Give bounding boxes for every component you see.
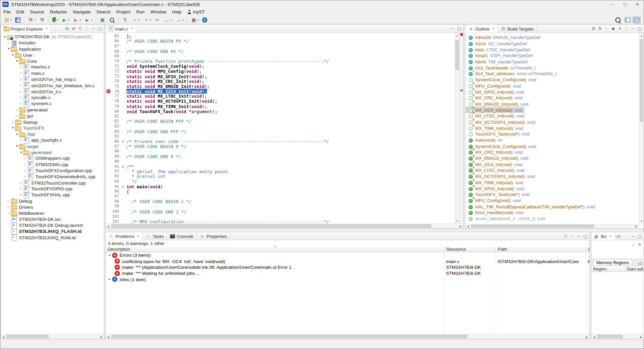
outline-item-touchgfx-task-void[interactable]: TouchGFX_Task(void*) : void [465, 191, 532, 197]
tree-arrow-icon[interactable]: ▼ [15, 145, 19, 148]
code-line-67[interactable]: 67 [106, 44, 464, 49]
tree-arrow-icon[interactable]: ▼ [19, 151, 23, 154]
outline-item-mx-dma2d-init-void[interactable]: SMX_DMA2D_Init(void) : void [465, 101, 530, 107]
dropdown-arrow-icon[interactable]: ▾ [150, 18, 151, 21]
tree-arrow-icon[interactable]: ▷ [19, 65, 23, 69]
save-button[interactable] [14, 16, 22, 23]
outline-item-mx-gpio-init-void[interactable]: SMX_GPIO_Init(void) : void [465, 89, 526, 95]
filter-icon[interactable]: ▽ [77, 25, 84, 32]
tree-item-drivers[interactable]: ▷Drivers [1, 204, 104, 210]
outline-item-touchgfx-task-void[interactable]: TouchGFX_Task(void*) : void [465, 131, 532, 137]
code-line-101[interactable]: 101 [106, 214, 464, 219]
code-line-79[interactable]: 79static void MX_TIM6_Init(void); [106, 104, 464, 109]
tree-item-touchgfxgeneratedhal-cpp[interactable]: ▷TouchGFXGeneratedHAL.cpp [1, 173, 104, 180]
code-line-96[interactable]: 96{ [106, 189, 464, 194]
device-configuration-button[interactable] [98, 16, 107, 23]
scrollbar-track[interactable] [455, 38, 459, 219]
code-line-89[interactable]: 89/* USER CODE END 0 */ [106, 154, 464, 159]
tree-arrow-icon[interactable]: ▷ [23, 157, 28, 160]
tab-problems[interactable]: Problems × [106, 232, 143, 240]
scroll-right-icon[interactable]: ▶ [99, 335, 103, 339]
tree-item-stm32h7b3i-dk-debug-launch[interactable]: STM32H7B3I-DK Debug.launch [1, 222, 104, 228]
maximize-icon[interactable]: ▢ [456, 25, 463, 32]
tab-main-c[interactable]: main.c × [106, 24, 137, 32]
code-line-90[interactable]: 90 [106, 159, 464, 164]
tree-item-stm32h7b3i-dk-ioc[interactable]: STM32H7B3I-DK.ioc [1, 216, 104, 222]
scrollbar-track[interactable] [470, 225, 634, 228]
code-line-71[interactable]: 71void SystemClock_Config(void); [106, 64, 464, 69]
scroll-up-icon[interactable]: ▲ [640, 33, 643, 38]
tree-item-stm32dma-cpp[interactable]: ▷STM32DMA.cpp [1, 161, 104, 167]
code-line-87[interactable]: 87/* USER CODE BEGIN 0 */ [106, 144, 464, 149]
code-line-74[interactable]: 74static void MX_CRC_Init(void); [106, 79, 464, 84]
code-line-73[interactable]: 73static void MX_GPIO_Init(void); [106, 74, 464, 79]
code-line-102[interactable]: 102 /* MPU Configuration----------------… [106, 219, 464, 224]
scrollbar-track[interactable] [110, 335, 584, 339]
tree-arrow-icon[interactable]: ▼ [2, 35, 7, 38]
menu-file[interactable]: File [0, 8, 13, 15]
dropdown-arrow-icon[interactable]: ▾ [80, 18, 81, 21]
tree-arrow-icon[interactable]: ▷ [7, 41, 11, 45]
build-all-button[interactable] [38, 16, 47, 23]
menu-navigate[interactable]: Navigate [70, 8, 93, 15]
minimize-icon[interactable]: – [90, 25, 97, 32]
tree-arrow-icon[interactable]: ▼ [15, 133, 19, 136]
dropdown-arrow-icon[interactable]: ▾ [11, 18, 12, 21]
cpp-perspective-button[interactable] [633, 16, 641, 23]
code-line-95[interactable]: 95⊖int main(void) [106, 184, 464, 189]
minimize-button[interactable]: ─ [607, 0, 619, 8]
tree-item-target[interactable]: ▼target [1, 143, 104, 149]
close-button[interactable]: ✕ [631, 0, 644, 8]
scrollbar-track[interactable] [6, 335, 99, 339]
menu-search[interactable]: Search [94, 8, 114, 15]
minimize-icon[interactable]: – [449, 25, 456, 32]
error-marker-icon[interactable]: ✕ [106, 89, 110, 93]
dropdown-arrow-icon[interactable]: ▾ [171, 18, 172, 21]
tree-arrow-icon[interactable]: ▷ [19, 187, 23, 191]
tree-item-stm32h7xx-hal-timebase-tim-c[interactable]: ▷stm32h7xx_hal_timebase_tim.c [1, 82, 104, 88]
outline-item-hltdc[interactable]: hltdc : LTDC_HandleTypeDef [465, 47, 532, 53]
forward-button[interactable]: ▾ [174, 16, 185, 23]
dropdown-arrow-icon[interactable]: ▾ [68, 18, 69, 21]
tree-item-freertos-c[interactable]: ▷freertos.c [1, 64, 104, 70]
maximize-button[interactable]: ▢ [619, 0, 631, 8]
outline-item-htim6[interactable]: htim6 : TIM_HandleTypeDef [465, 59, 530, 65]
fold-collapse-icon[interactable]: ⊖ [121, 184, 125, 189]
show-whitespace-button[interactable] [121, 16, 129, 23]
tree-arrow-icon[interactable]: ▼ [7, 47, 11, 50]
tree-item-generated[interactable]: ▼generated [1, 149, 104, 155]
problem-group-row[interactable]: ▸iInfos (1 item) [106, 276, 589, 282]
fold-collapse-icon[interactable]: ⊖ [121, 164, 125, 169]
scroll-down-icon[interactable]: ▼ [640, 219, 643, 223]
scroll-right-icon[interactable]: ▶ [584, 335, 589, 339]
tree-item-stm32h7b3lihxq-ram-ld[interactable]: STM32H7B3LIHXQ_RAM.ld [1, 234, 104, 240]
menu-source[interactable]: Source [27, 8, 47, 15]
tab-overflow-indicator[interactable]: »2 [615, 232, 622, 240]
tree-item-stm32h7b3i-dk[interactable]: ▼STM32H7B3I-DK(in STM32CubeIDE) [1, 34, 104, 40]
memory-tab-overflow-indicator[interactable]: »1 [638, 261, 644, 265]
close-icon[interactable]: × [137, 234, 139, 238]
tree-item-includes[interactable]: ▷Includes [1, 40, 104, 46]
code-line-85[interactable]: 85 [106, 134, 464, 139]
menu-run[interactable]: Run [133, 8, 148, 15]
scroll-left-icon[interactable]: ◀ [592, 335, 596, 339]
scroll-right-icon[interactable]: ▶ [459, 224, 463, 228]
scrollbar-track[interactable] [110, 224, 458, 228]
open-element-button[interactable] [108, 16, 116, 23]
tree-arrow-icon[interactable]: ▷ [19, 181, 23, 184]
tree-arrow-icon[interactable]: ▷ [23, 169, 28, 172]
minimize-icon[interactable]: – [630, 25, 636, 32]
tree-arrow-icon[interactable]: ▷ [19, 139, 23, 142]
tab-project-explorer[interactable]: Project Explorer × [1, 24, 51, 32]
scroll-left-icon[interactable]: ◀ [466, 225, 470, 228]
view-menu-icon[interactable]: ⋮ [84, 25, 90, 32]
tree-arrow-icon[interactable]: ▼ [11, 54, 15, 57]
column-path[interactable]: Path [496, 246, 586, 252]
menu-refactor[interactable]: Refactor [47, 8, 70, 15]
menu-project[interactable]: Project [113, 8, 133, 15]
outline-item-mpu-config-void[interactable]: SMPU_Config(void) : void [465, 197, 523, 203]
code-editor[interactable]: 65};66/* USER CODE BEGIN PV */6768/* USE… [106, 33, 464, 223]
outline-item-hdma2d[interactable]: hdma2d : DMA2D_HandleTypeDef [465, 35, 542, 41]
menu-edit[interactable]: Edit [13, 8, 27, 15]
tab-build-analyzer[interactable]: Build Analyzer × [591, 232, 615, 240]
